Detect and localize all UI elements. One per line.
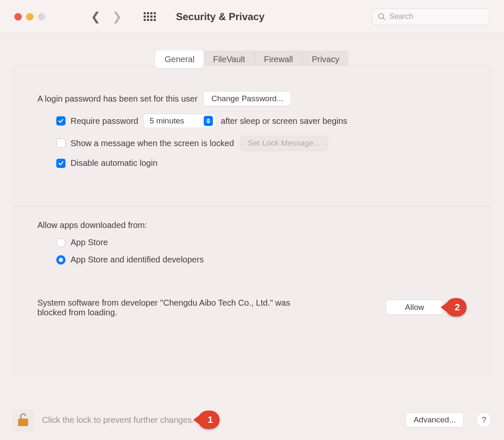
close-window-button[interactable] xyxy=(14,13,22,21)
require-password-suffix: after sleep or screen saver begins xyxy=(221,116,347,126)
require-password-prefix: Require password xyxy=(71,116,138,126)
tab-general[interactable]: General xyxy=(155,50,204,68)
radio-app-store[interactable] xyxy=(56,238,66,247)
stepper-icon xyxy=(204,116,213,126)
radio-identified-developers[interactable] xyxy=(56,255,66,265)
search-input[interactable] xyxy=(389,12,484,21)
disable-auto-login-row: Disable automatic login xyxy=(37,158,467,168)
login-password-row: A login password has been set for this u… xyxy=(37,91,467,106)
forward-button: ❯ xyxy=(112,11,122,23)
search-icon xyxy=(378,13,386,21)
divider xyxy=(14,206,490,206)
delay-value: 5 minutes xyxy=(150,116,184,126)
set-lock-message-button: Set Lock Message... xyxy=(240,136,328,151)
login-password-text: A login password has been set for this u… xyxy=(37,94,197,104)
require-password-delay-select[interactable]: 5 minutes xyxy=(143,114,215,128)
window-title: Security & Privacy xyxy=(176,11,365,23)
svg-rect-2 xyxy=(18,419,28,426)
disable-auto-login-label: Disable automatic login xyxy=(71,158,158,168)
show-message-label: Show a message when the screen is locked xyxy=(71,139,234,148)
radio-app-store-label: App Store xyxy=(71,238,108,247)
general-panel: A login password has been set for this u… xyxy=(13,65,491,376)
show-message-row: Show a message when the screen is locked… xyxy=(37,136,467,151)
unlock-icon xyxy=(17,413,29,427)
nav-arrows: ❮ ❯ xyxy=(91,11,122,23)
window-controls xyxy=(14,13,45,21)
lock-text: Click the lock to prevent further change… xyxy=(42,415,194,425)
require-password-checkbox[interactable] xyxy=(56,116,66,126)
annotation-2: 2 xyxy=(446,298,467,317)
svg-point-0 xyxy=(379,13,384,18)
minimize-window-button[interactable] xyxy=(26,13,34,21)
annotation-1: 1 xyxy=(198,411,219,429)
disable-auto-login-checkbox[interactable] xyxy=(56,159,66,168)
radio-identified-row: App Store and identified developers xyxy=(37,255,467,265)
blocked-software-text: System software from developer "Chengdu … xyxy=(37,298,306,317)
svg-line-1 xyxy=(383,18,385,20)
show-message-checkbox[interactable] xyxy=(56,139,66,148)
change-password-button[interactable]: Change Password... xyxy=(203,91,291,106)
footer: Click the lock to prevent further change… xyxy=(0,400,504,440)
radio-identified-label: App Store and identified developers xyxy=(71,255,204,265)
allow-button[interactable]: Allow xyxy=(386,300,443,315)
radio-app-store-row: App Store xyxy=(37,238,467,247)
lock-button[interactable] xyxy=(13,409,34,430)
back-button[interactable]: ❮ xyxy=(91,11,100,23)
allow-apps-label: Allow apps downloaded from: xyxy=(37,220,467,230)
search-field[interactable] xyxy=(372,8,490,25)
advanced-button[interactable]: Advanced... xyxy=(406,412,464,427)
toolbar: ❮ ❯ Security & Privacy xyxy=(0,0,504,34)
zoom-window-button xyxy=(38,13,45,21)
show-all-icon[interactable] xyxy=(144,12,156,21)
require-password-row: Require password 5 minutes after sleep o… xyxy=(37,114,467,128)
help-button[interactable]: ? xyxy=(476,412,491,427)
blocked-software-row: System software from developer "Chengdu … xyxy=(37,298,467,317)
